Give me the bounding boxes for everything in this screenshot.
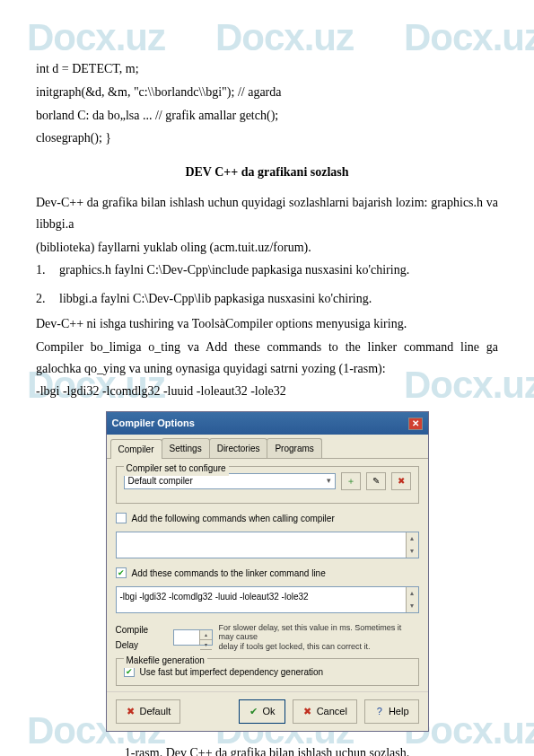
linker-commands-textarea[interactable]: -lbgi -lgdi32 -lcomdlg32 -luuid -loleaut… — [116, 586, 419, 613]
ok-button[interactable]: ✔ Ok — [239, 699, 285, 724]
button-label: Cancel — [317, 703, 347, 720]
rename-set-button[interactable]: ✎ — [366, 472, 386, 490]
x-icon: ✖ — [126, 706, 136, 716]
x-icon: ✖ — [302, 706, 313, 716]
delay-note: For slower delay, set this value in ms. … — [218, 623, 418, 652]
add-compiler-commands-checkbox[interactable] — [116, 513, 127, 523]
tab-programs[interactable]: Programs — [267, 438, 321, 458]
window-title: Compiler Options — [112, 415, 195, 432]
scroll-down-icon: ▾ — [410, 545, 414, 558]
x-icon: ✖ — [398, 473, 405, 488]
window-titlebar: Compiler Options ✕ — [107, 412, 428, 435]
help-button[interactable]: ? Help — [364, 699, 419, 724]
makefile-group: Makefile generation ✔ Use fast but imper… — [116, 658, 419, 686]
compiler-commands-textarea[interactable]: ▴▾ — [116, 532, 419, 558]
spin-down-icon[interactable]: ▾ — [200, 640, 212, 650]
scrollbar[interactable]: ▴▾ — [406, 532, 418, 558]
default-button[interactable]: ✖ Default — [116, 699, 181, 724]
check-icon: ✔ — [249, 706, 259, 716]
code-line: borland C: da bo„lsa ... // grafik amall… — [36, 105, 498, 127]
tab-settings[interactable]: Settings — [162, 438, 210, 458]
plus-icon: ＋ — [346, 473, 355, 488]
list-number: 2. — [36, 288, 59, 310]
close-icon[interactable]: ✕ — [408, 418, 423, 430]
paragraph: Dev-C++ ni ishga tushiring va ToolsàComp… — [36, 313, 498, 335]
scroll-up-icon: ▴ — [410, 532, 414, 545]
list-number: 1. — [36, 259, 59, 281]
delete-set-button[interactable]: ✖ — [391, 472, 411, 490]
cancel-button[interactable]: ✖ Cancel — [293, 699, 357, 724]
list-item-text: libbgi.a faylni C:\Dev-Cpp\lib papkasiga… — [59, 288, 372, 310]
scrollbar[interactable]: ▴▾ — [406, 587, 418, 612]
rename-icon: ✎ — [372, 473, 380, 488]
checkbox-label: Add the following commands when calling … — [132, 511, 335, 526]
tab-strip: Compiler Settings Directories Programs — [107, 435, 428, 459]
code-line: closegraph(); } — [36, 127, 498, 149]
scroll-down-icon: ▾ — [410, 600, 414, 612]
help-icon: ? — [374, 706, 385, 716]
add-set-button[interactable]: ＋ — [341, 472, 361, 490]
chevron-down-icon: ▾ — [327, 474, 331, 488]
code-line: int d = DETECT, m; — [36, 58, 498, 80]
code-line: initgraph(&d, &m, "c:\\borlandc\\bgi"); … — [36, 82, 498, 103]
group-title: Makefile generation — [124, 653, 207, 668]
select-value: Default compiler — [128, 473, 193, 488]
section-heading: DEV C++ da grafikani sozlash — [36, 162, 498, 183]
page-content: int d = DETECT, m; initgraph(&d, &m, "c:… — [0, 0, 534, 756]
dialog-figure: Compiler Options ✕ Compiler Settings Dir… — [106, 411, 429, 731]
panel: Compiler set to configure Default compil… — [107, 459, 428, 691]
paragraph: Dev-C++ da grafika bilan ishlash uchun q… — [36, 192, 498, 235]
tab-directories[interactable]: Directories — [209, 438, 268, 458]
paragraph: Compiler bo_limiga o_ting va Add these c… — [36, 337, 498, 380]
scroll-up-icon: ▴ — [410, 587, 414, 600]
paragraph: (biblioteka) fayllarni yuklab oling (acm… — [36, 237, 498, 259]
code-line: -lbgi -lgdi32 -lcomdlg32 -luuid -loleaut… — [36, 381, 498, 402]
spin-up-icon[interactable]: ▴ — [200, 630, 212, 640]
section-label: Compiler set to configure — [124, 461, 229, 476]
checkbox-label: Add these commands to the linker command… — [132, 566, 326, 581]
delay-spinner[interactable]: ▴▾ — [173, 629, 214, 646]
list-item-text: graphics.h faylni C:\Dev-Cpp\include pap… — [59, 259, 409, 281]
button-label: Default — [140, 703, 171, 720]
linker-commands-value: -lbgi -lgdi32 -lcomdlg32 -luuid -loleaut… — [120, 592, 309, 602]
button-label: Help — [389, 703, 409, 720]
button-label: Ok — [263, 703, 276, 720]
fast-dependency-checkbox[interactable]: ✔ — [124, 666, 135, 677]
delay-label: Compile Delay — [116, 622, 168, 653]
compiler-options-window: Compiler Options ✕ Compiler Settings Dir… — [106, 411, 429, 731]
tab-compiler[interactable]: Compiler — [110, 439, 162, 459]
button-bar: ✖ Default ✔ Ok ✖ Cancel ? Help — [107, 691, 428, 731]
figure-caption: 1-rasm. Dev C++ da grafika bilan ishlash… — [36, 743, 498, 756]
add-linker-commands-checkbox[interactable]: ✔ — [116, 567, 127, 578]
